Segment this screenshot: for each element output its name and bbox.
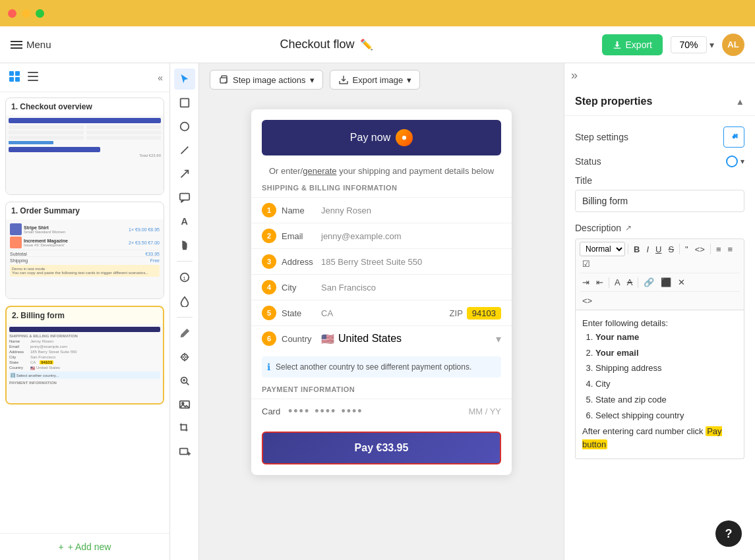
- form-row-email: 2 Email jenny@example.com: [251, 223, 512, 248]
- edit-icon[interactable]: ✏️: [360, 38, 373, 51]
- step-card-checkout-overview[interactable]: 1. Checkout overview: [5, 98, 164, 195]
- code-button[interactable]: <>: [692, 243, 708, 256]
- step-card-order-summary[interactable]: 1. Order Summary Stripe Shirt Small Stan…: [5, 202, 164, 299]
- toolbar-separator-2: [679, 244, 680, 254]
- export-label: Export: [626, 40, 652, 50]
- field-number-2: 2: [262, 229, 276, 243]
- svg-rect-2: [15, 71, 20, 76]
- title-input[interactable]: [575, 190, 744, 212]
- source-button[interactable]: <>: [580, 294, 595, 307]
- arrow-tool-button[interactable]: [174, 163, 195, 184]
- right-panel-expand: »: [564, 63, 755, 88]
- grid-view-button[interactable]: [7, 69, 22, 86]
- blur-tool-button[interactable]: [174, 347, 195, 368]
- pay-now-button[interactable]: Pay now: [262, 120, 501, 155]
- number-icon: 1: [179, 271, 191, 283]
- add-image-tool-button[interactable]: [174, 441, 195, 462]
- rich-content-area[interactable]: Enter following details: Your name Your …: [575, 310, 744, 459]
- download-icon: [613, 40, 622, 49]
- comment-tool-button[interactable]: [174, 187, 195, 208]
- menu-button[interactable]: Menu: [11, 39, 51, 50]
- number-tool-button[interactable]: 1: [174, 267, 195, 288]
- text-tool-button[interactable]: A: [174, 211, 195, 232]
- checklist-button[interactable]: ☑: [580, 258, 593, 270]
- ellipse-tool-button[interactable]: [174, 116, 195, 137]
- right-panel-header: Step properties ▲: [564, 88, 755, 116]
- step-image-actions-button[interactable]: Step image actions ▾: [210, 70, 323, 90]
- style-select[interactable]: Normal: [580, 242, 625, 256]
- crop-tool-button[interactable]: [174, 418, 195, 439]
- embed-button[interactable]: ⬛: [658, 276, 674, 289]
- mini-order-item-1: Stripe Shirt Small Standard Women 1× €9.…: [10, 223, 160, 235]
- canvas-area: Step image actions ▾ Export image ▾ Pay …: [199, 63, 564, 560]
- external-link-icon[interactable]: ↗: [625, 223, 632, 233]
- export-button[interactable]: Export: [602, 34, 663, 55]
- expand-right-button[interactable]: »: [571, 69, 578, 82]
- right-panel-title: Step properties: [575, 96, 652, 107]
- add-new-button[interactable]: + + Add new: [0, 533, 169, 560]
- clear-format-button[interactable]: ✕: [675, 276, 688, 289]
- left-panel-header: «: [0, 63, 169, 92]
- country-select[interactable]: 🇺🇸 United States ▾: [321, 333, 501, 345]
- rectangle-tool-button[interactable]: [174, 92, 195, 113]
- quote-button[interactable]: ": [682, 243, 691, 256]
- pay-big-button[interactable]: Pay €33.95: [262, 432, 501, 464]
- field-label-city: City: [282, 283, 321, 293]
- rich-text-toolbar: Normal B I U S " <> ≡ ≡ ☑ ⇥ ⇤: [575, 238, 744, 310]
- form-row-country: 6 Country 🇺🇸 United States ▾: [251, 325, 512, 351]
- description-list: Your name Your email Shipping address Ci…: [582, 331, 737, 423]
- minimize-button[interactable]: [22, 9, 30, 18]
- ordered-list-button[interactable]: ≡: [713, 243, 724, 256]
- collapse-right-button[interactable]: ▲: [736, 97, 744, 107]
- step-image-actions-label: Step image actions: [233, 75, 306, 85]
- link-button[interactable]: 🔗: [641, 276, 657, 289]
- menu-label: Menu: [26, 39, 51, 50]
- image-tool-button[interactable]: [174, 394, 195, 415]
- bold-button[interactable]: B: [631, 243, 642, 256]
- italic-button[interactable]: I: [644, 243, 651, 256]
- list-view-button[interactable]: [25, 69, 41, 86]
- pointer-tool-button[interactable]: [174, 235, 195, 256]
- zoom-tool-button[interactable]: [174, 370, 195, 391]
- zoom-input[interactable]: 70%: [671, 36, 707, 53]
- desc-item-2: Your email: [595, 348, 639, 358]
- card-label: Card: [262, 406, 288, 416]
- toolbar-separator-3: [710, 244, 711, 254]
- cursor-tool-button[interactable]: [174, 69, 195, 90]
- gear-button[interactable]: [723, 126, 744, 148]
- indent-button[interactable]: ⇥: [580, 276, 592, 289]
- svg-rect-6: [28, 76, 38, 77]
- desc-item-5: State and zip code: [595, 395, 667, 405]
- help-button[interactable]: ?: [715, 520, 742, 547]
- step-card-billing-form[interactable]: 2. Billing form SHIPPING & BILLING INFOR…: [5, 306, 164, 405]
- strikethrough-button[interactable]: S: [665, 243, 677, 256]
- flag-icon: 🇺🇸: [321, 333, 334, 345]
- svg-rect-4: [15, 77, 20, 82]
- info-icon: ℹ: [267, 362, 270, 372]
- svg-line-10: [181, 147, 188, 154]
- text-icon: A: [179, 215, 191, 227]
- tool-separator-2: [177, 317, 193, 318]
- water-drop-tool-button[interactable]: [174, 291, 195, 312]
- maximize-button[interactable]: [36, 9, 44, 18]
- line-tool-button[interactable]: [174, 140, 195, 161]
- field-number-4: 4: [262, 280, 276, 294]
- svg-text:A: A: [181, 216, 188, 227]
- tool-separator: [177, 261, 193, 262]
- close-button[interactable]: [8, 9, 16, 18]
- underline-button[interactable]: U: [653, 243, 664, 256]
- right-panel: » Step properties ▲ Step settings Status…: [564, 63, 755, 560]
- zoom-dropdown-button[interactable]: ▾: [710, 40, 714, 50]
- field-label-country: Country: [282, 334, 321, 344]
- status-dropdown-button[interactable]: ▾: [740, 157, 744, 166]
- unordered-list-button[interactable]: ≡: [725, 243, 735, 256]
- text-highlight-button[interactable]: A: [624, 276, 636, 289]
- step-card-title: 1. Checkout overview: [6, 98, 164, 115]
- pencil-tool-button[interactable]: [174, 323, 195, 344]
- collapse-left-button[interactable]: «: [158, 72, 163, 83]
- text-color-button[interactable]: A: [612, 276, 623, 289]
- export-image-button[interactable]: Export image ▾: [330, 70, 421, 90]
- field-value-name: Jenny Rosen: [321, 206, 501, 215]
- outdent-button[interactable]: ⇤: [593, 276, 606, 289]
- mini-checkout-preview: Total €23.90: [6, 115, 164, 160]
